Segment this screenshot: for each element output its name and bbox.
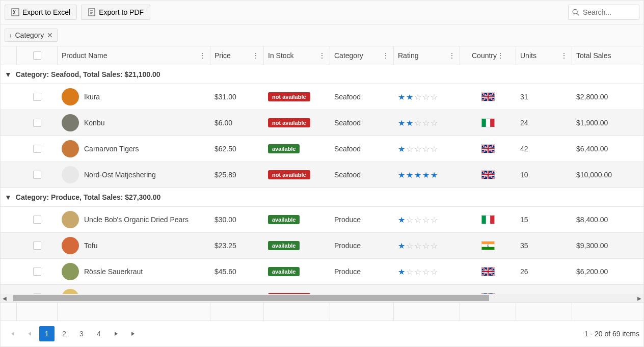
horizontal-scrollbar[interactable]: ◀ ▶ (1, 294, 643, 302)
group-header-text: Category: Produce, Total Sales: $27,300.… (16, 193, 161, 201)
close-icon[interactable]: ✕ (47, 31, 53, 39)
product-thumbnail (62, 114, 79, 131)
collapse-icon[interactable]: ▼ (5, 70, 12, 78)
header-rating[interactable]: Rating⋮ (394, 46, 460, 65)
svg-rect-5 (481, 119, 486, 127)
row-checkbox[interactable] (33, 242, 41, 250)
stock-cell: not available (264, 88, 330, 105)
grid-body[interactable]: ▼Category: Seafood, Total Sales: $21,100… (1, 65, 643, 294)
header-checkbox[interactable] (17, 46, 58, 65)
product-name-cell: Nord-Ost Matjeshering (58, 162, 210, 188)
search-input[interactable] (568, 5, 639, 20)
product-thumbnail (62, 166, 79, 183)
pager-page-2[interactable]: 2 (57, 326, 72, 341)
pager-next-button[interactable] (109, 326, 124, 341)
star-rating: ★★☆☆☆ (398, 118, 439, 128)
country-cell (460, 263, 516, 280)
price-cell: $30.00 (210, 211, 264, 228)
row-checkbox-cell[interactable] (17, 115, 58, 131)
table-row[interactable]: Rössle Sauerkraut$45.60availableProduce★… (1, 259, 643, 285)
row-checkbox-cell[interactable] (17, 237, 58, 254)
product-name-cell: Konbu (58, 110, 210, 136)
header-expand (1, 46, 17, 65)
flag-italy-icon (481, 215, 495, 224)
pager-first-button[interactable] (5, 326, 20, 341)
group-chip-category[interactable]: ↓ Category ✕ (5, 29, 58, 42)
scrollbar-thumb[interactable] (13, 295, 489, 301)
table-row[interactable]: Manjimup Dried Apples$53.00not available… (1, 285, 643, 294)
pager-last-button[interactable] (126, 326, 141, 341)
header-total-sales[interactable]: Total Sales (572, 46, 631, 65)
product-name-text: Carnarvon Tigers (84, 145, 139, 153)
table-row[interactable]: Nord-Ost Matjeshering$25.89not available… (1, 162, 643, 188)
table-row[interactable]: Tofu$23.25availableProduce★☆☆☆☆35$9,300.… (1, 233, 643, 259)
pdf-icon (88, 8, 96, 16)
row-checkbox[interactable] (33, 93, 41, 101)
column-menu-icon[interactable]: ⋮ (497, 51, 504, 60)
flag-uk-icon (481, 144, 495, 153)
stock-badge: available (268, 215, 300, 224)
table-row[interactable]: Konbu$6.00not availableSeafood★★☆☆☆24$1,… (1, 110, 643, 136)
row-checkbox[interactable] (33, 216, 41, 224)
select-all-checkbox[interactable] (33, 51, 41, 60)
stock-cell: not available (264, 166, 330, 183)
stock-cell: available (264, 140, 330, 157)
header-units[interactable]: Units⋮ (516, 46, 572, 65)
sales-cell: $900.00 (572, 289, 631, 294)
row-indent (1, 268, 17, 276)
flag-uk-icon (481, 267, 495, 276)
header-product-name[interactable]: Product Name⋮ (58, 46, 210, 65)
flag-italy-icon (481, 118, 495, 127)
row-checkbox[interactable] (33, 171, 41, 179)
product-name-text: Nord-Ost Matjeshering (84, 171, 156, 179)
product-thumbnail (62, 140, 79, 157)
group-header[interactable]: ▼Category: Seafood, Total Sales: $21,100… (1, 65, 643, 84)
pager-prev-button[interactable] (22, 326, 37, 341)
collapse-icon[interactable]: ▼ (5, 193, 12, 201)
prev-page-icon (26, 331, 33, 337)
product-name-text: Uncle Bob's Organic Dried Pears (84, 216, 189, 224)
product-name-text: Rössle Sauerkraut (84, 268, 143, 276)
grid-header: Product Name⋮ Price⋮ In Stock⋮ Category⋮… (1, 46, 643, 65)
column-menu-icon[interactable]: ⋮ (318, 51, 326, 60)
header-category[interactable]: Category⋮ (330, 46, 394, 65)
row-checkbox-cell[interactable] (17, 263, 58, 280)
table-row[interactable]: Uncle Bob's Organic Dried Pears$30.00ava… (1, 207, 643, 233)
group-panel[interactable]: ↓ Category ✕ (1, 24, 643, 46)
row-checkbox-cell[interactable] (17, 211, 58, 228)
pager-page-3[interactable]: 3 (74, 326, 89, 341)
first-page-icon (9, 331, 15, 337)
sales-cell: $1,900.00 (572, 115, 631, 131)
header-country[interactable]: Country⋮ (460, 46, 516, 65)
sales-cell: $9,300.00 (572, 237, 631, 254)
export-excel-button[interactable]: Export to Excel (5, 5, 77, 20)
column-menu-icon[interactable]: ⋮ (448, 51, 455, 60)
group-header[interactable]: ▼Category: Produce, Total Sales: $27,300… (1, 188, 643, 207)
pager-page-1[interactable]: 1 (39, 326, 55, 341)
row-checkbox[interactable] (33, 119, 41, 127)
scroll-right-icon[interactable]: ▶ (637, 296, 641, 301)
header-in-stock[interactable]: In Stock⋮ (264, 46, 330, 65)
scroll-left-icon[interactable]: ◀ (3, 296, 7, 301)
export-excel-label: Export to Excel (22, 8, 70, 16)
column-menu-icon[interactable]: ⋮ (199, 51, 206, 60)
star-rating: ★★★★★ (398, 170, 439, 180)
row-checkbox-cell[interactable] (17, 167, 58, 183)
price-cell: $45.60 (210, 263, 264, 280)
export-pdf-button[interactable]: Export to PDF (81, 5, 150, 20)
row-indent (1, 216, 17, 224)
column-menu-icon[interactable]: ⋮ (560, 51, 568, 60)
row-checkbox-cell[interactable] (17, 89, 58, 105)
pager-page-4[interactable]: 4 (91, 326, 106, 341)
product-thumbnail (62, 211, 79, 228)
row-checkbox[interactable] (33, 268, 41, 276)
row-checkbox-cell[interactable] (17, 141, 58, 157)
table-row[interactable]: Carnarvon Tigers$62.50availableSeafood★☆… (1, 136, 643, 162)
product-thumbnail (62, 289, 79, 294)
column-menu-icon[interactable]: ⋮ (252, 51, 259, 60)
row-checkbox-cell[interactable] (17, 289, 58, 294)
header-price[interactable]: Price⋮ (210, 46, 264, 65)
row-checkbox[interactable] (33, 145, 41, 153)
table-row[interactable]: Ikura$31.00not availableSeafood★★☆☆☆31$2… (1, 84, 643, 110)
column-menu-icon[interactable]: ⋮ (382, 51, 389, 60)
